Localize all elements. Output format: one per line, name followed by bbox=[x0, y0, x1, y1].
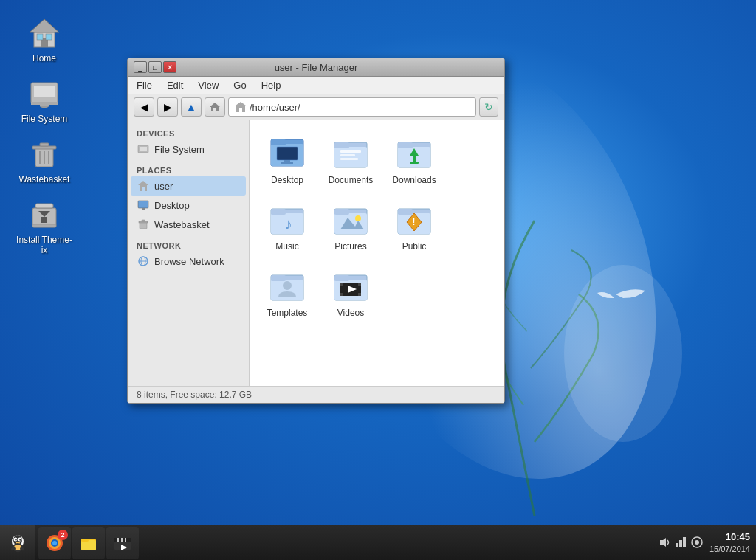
svg-point-109 bbox=[695, 540, 699, 545]
file-videos[interactable]: Videos bbox=[322, 262, 379, 322]
sidebar-user-label: user bbox=[154, 181, 173, 192]
filesystem-sidebar-icon bbox=[137, 142, 150, 156]
sidebar-section-devices: DEVICES bbox=[131, 126, 246, 139]
taskbar-apps: 2 bbox=[35, 527, 142, 559]
svg-text:!: ! bbox=[412, 215, 416, 227]
svg-rect-50 bbox=[398, 142, 413, 148]
svg-rect-78 bbox=[340, 293, 343, 296]
svg-rect-21 bbox=[35, 204, 53, 208]
address-bar[interactable]: /home/user/ bbox=[228, 97, 476, 117]
menu-view[interactable]: View bbox=[195, 78, 221, 92]
file-public-label: Public bbox=[402, 241, 427, 252]
clock-date: 15/07/2014 bbox=[709, 544, 750, 555]
file-templates[interactable]: Templates bbox=[258, 262, 316, 322]
menu-file[interactable]: File bbox=[134, 78, 155, 92]
svg-rect-30 bbox=[140, 222, 147, 229]
window-titlebar: _ □ ✕ user - File Manager bbox=[128, 58, 504, 77]
svg-point-70 bbox=[283, 281, 292, 290]
sidebar-item-user[interactable]: user bbox=[131, 176, 246, 196]
file-manager-window: _ □ ✕ user - File Manager File Edit View… bbox=[127, 58, 505, 404]
file-desktop[interactable]: Desktop bbox=[258, 129, 316, 190]
wastebasket-icon bbox=[27, 136, 62, 171]
taskbar-app-firefox[interactable]: 2 bbox=[38, 527, 71, 559]
taskbar: 2 bbox=[0, 525, 756, 560]
taskbar-app-video[interactable] bbox=[106, 527, 139, 559]
window-title: user - File Manager bbox=[178, 62, 454, 73]
svg-rect-99 bbox=[114, 538, 131, 542]
svg-rect-28 bbox=[142, 208, 145, 210]
sidebar-section-network: NETWORK bbox=[131, 238, 246, 252]
svg-rect-96 bbox=[81, 540, 96, 550]
taskbar-app-files[interactable] bbox=[72, 527, 105, 559]
svg-rect-41 bbox=[281, 162, 293, 164]
svg-text:♪: ♪ bbox=[284, 215, 292, 233]
desktop-icon-home[interactable]: Home bbox=[15, 15, 74, 63]
desktop-icon-install-theme-label: Install Theme-ix bbox=[15, 235, 74, 255]
svg-rect-52 bbox=[410, 162, 419, 164]
status-text: 8 items, Free space: 12.7 GB bbox=[137, 390, 252, 400]
sidebar-item-filesystem[interactable]: File System bbox=[131, 139, 246, 159]
sidebar-item-desktop[interactable]: Desktop bbox=[131, 196, 246, 215]
svg-rect-5 bbox=[46, 34, 52, 40]
file-documents-label: Documents bbox=[329, 175, 374, 185]
svg-rect-77 bbox=[358, 283, 361, 286]
svg-rect-47 bbox=[340, 158, 358, 160]
file-pictures[interactable]: Pictures bbox=[322, 196, 379, 256]
window-close-button[interactable]: ✕ bbox=[163, 61, 176, 73]
menu-go[interactable]: Go bbox=[230, 78, 249, 92]
desktop-icon-list: Home File System bbox=[15, 15, 74, 255]
status-bar: 8 items, Free space: 12.7 GB bbox=[128, 386, 504, 403]
desktop-icon-wastebasket[interactable]: Wastebasket bbox=[15, 136, 74, 184]
svg-marker-2 bbox=[30, 19, 59, 32]
svg-rect-38 bbox=[271, 139, 286, 145]
menu-edit[interactable]: Edit bbox=[164, 78, 186, 92]
home-button[interactable] bbox=[205, 97, 225, 117]
file-pictures-label: Pictures bbox=[334, 241, 366, 252]
svg-rect-55 bbox=[271, 209, 286, 215]
install-theme-icon bbox=[27, 196, 62, 232]
up-button[interactable]: ▲ bbox=[181, 97, 202, 117]
sidebar-item-browse-network[interactable]: Browse Network bbox=[131, 252, 246, 271]
window-minimize-button[interactable]: _ bbox=[134, 61, 147, 73]
file-desktop-label: Desktop bbox=[271, 175, 303, 185]
forward-button[interactable]: ▶ bbox=[157, 97, 178, 117]
svg-rect-59 bbox=[334, 209, 349, 215]
window-maximize-button[interactable]: □ bbox=[148, 61, 162, 73]
address-text: /home/user/ bbox=[250, 102, 300, 113]
svg-rect-105 bbox=[676, 543, 678, 547]
svg-point-85 bbox=[19, 539, 21, 540]
svg-rect-20 bbox=[32, 224, 56, 227]
file-downloads[interactable]: Downloads bbox=[385, 129, 443, 190]
svg-rect-40 bbox=[284, 160, 290, 162]
back-button[interactable]: ◀ bbox=[134, 97, 154, 117]
sidebar-wastebasket-label: Wastebasket bbox=[154, 219, 210, 230]
svg-rect-79 bbox=[358, 293, 361, 296]
svg-rect-29 bbox=[140, 210, 146, 210]
file-documents[interactable]: Documents bbox=[322, 129, 379, 190]
sidebar-desktop-label: Desktop bbox=[154, 200, 190, 211]
svg-rect-27 bbox=[138, 201, 148, 208]
downloads-folder-icon bbox=[395, 134, 433, 172]
refresh-button[interactable]: ↻ bbox=[479, 97, 498, 117]
svg-rect-76 bbox=[340, 283, 343, 286]
user-home-sidebar-icon bbox=[137, 179, 150, 193]
firefox-badge: 2 bbox=[58, 530, 68, 540]
desktop-icon-wastebasket-label: Wastebasket bbox=[19, 174, 70, 184]
svg-rect-31 bbox=[139, 221, 148, 223]
desktop-icon-filesystem[interactable]: File System bbox=[15, 75, 74, 124]
file-music-label: Music bbox=[275, 241, 298, 252]
svg-rect-64 bbox=[398, 209, 413, 215]
menu-help[interactable]: Help bbox=[258, 78, 284, 92]
svg-marker-26 bbox=[138, 181, 148, 191]
taskbar-start-button[interactable] bbox=[0, 525, 35, 561]
file-music[interactable]: ♪ Music bbox=[258, 196, 316, 256]
file-public[interactable]: ! Public bbox=[385, 196, 443, 256]
taskbar-system-icons bbox=[658, 536, 704, 549]
sidebar-item-wastebasket[interactable]: Wastebasket bbox=[131, 215, 246, 234]
documents-folder-icon bbox=[331, 134, 370, 172]
desktop-icon-install-theme[interactable]: Install Theme-ix bbox=[15, 196, 74, 255]
taskbar-right: 10:45 15/07/2014 bbox=[652, 530, 756, 556]
svg-marker-22 bbox=[210, 103, 220, 111]
svg-rect-69 bbox=[271, 275, 286, 281]
sidebar-section-places: PLACES bbox=[131, 163, 246, 176]
